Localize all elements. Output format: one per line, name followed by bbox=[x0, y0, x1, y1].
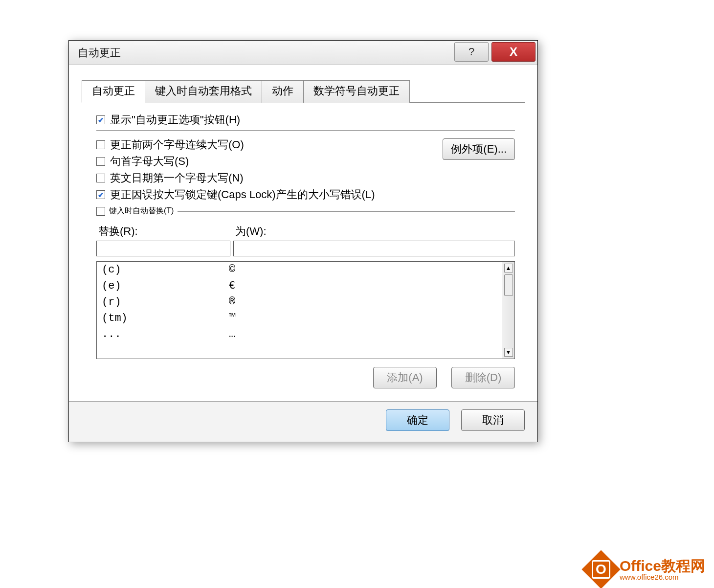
list-item-with: ® bbox=[229, 296, 497, 308]
list-item[interactable]: (tm)™ bbox=[97, 310, 502, 326]
checkbox-replace-as-type[interactable] bbox=[96, 207, 105, 216]
autocorrect-dialog: 自动更正 ? X 自动更正 键入时自动套用格式 动作 数学符号自动更正 ✔ 显示… bbox=[68, 40, 538, 442]
list-item-with: ™ bbox=[229, 312, 497, 324]
watermark-url: www.office26.com bbox=[620, 573, 705, 581]
list-item-with: … bbox=[229, 328, 497, 340]
divider bbox=[96, 130, 515, 131]
list-item-replace: (c) bbox=[102, 264, 229, 276]
with-input[interactable] bbox=[233, 241, 515, 256]
titlebar: 自动更正 ? X bbox=[69, 41, 537, 65]
list-item-with: € bbox=[229, 280, 497, 292]
options-section: ✔ 显示"自动更正选项"按钮(H) 更正前两个字母连续大写(O) 句首字母大写(… bbox=[82, 108, 525, 391]
scroll-thumb[interactable] bbox=[504, 274, 513, 296]
close-button[interactable]: X bbox=[491, 42, 536, 62]
delete-button[interactable]: 删除(D) bbox=[451, 367, 515, 388]
list-item[interactable]: (e)€ bbox=[97, 278, 502, 294]
label-capitalize-sentence: 句首字母大写(S) bbox=[110, 154, 189, 169]
checkbox-show-autocorrect-button[interactable]: ✔ bbox=[96, 115, 105, 124]
list-item-replace: (tm) bbox=[102, 312, 229, 324]
tab-autocorrect[interactable]: 自动更正 bbox=[82, 80, 145, 103]
scroll-down-icon[interactable]: ▼ bbox=[504, 348, 513, 357]
tab-autoformat-as-type[interactable]: 键入时自动套用格式 bbox=[145, 80, 262, 103]
with-label: 为(W): bbox=[233, 224, 515, 239]
list-item[interactable]: ...… bbox=[97, 326, 502, 342]
list-item[interactable]: (c)© bbox=[97, 262, 502, 278]
office-logo-icon: O bbox=[581, 550, 620, 588]
dialog-title: 自动更正 bbox=[78, 45, 121, 60]
add-button[interactable]: 添加(A) bbox=[373, 367, 437, 388]
label-capitalize-days: 英文日期第一个字母大写(N) bbox=[110, 171, 244, 185]
label-caps-lock: 更正因误按大写锁定键(Caps Lock)产生的大小写错误(L) bbox=[110, 187, 375, 202]
help-button[interactable]: ? bbox=[454, 42, 489, 62]
checkbox-capitalize-days[interactable] bbox=[96, 174, 105, 182]
replacement-list-body: (c)©(e)€(r)®(tm)™...… bbox=[97, 262, 502, 359]
titlebar-buttons: ? X bbox=[454, 41, 537, 65]
tab-strip: 自动更正 键入时自动套用格式 动作 数学符号自动更正 bbox=[82, 80, 525, 103]
list-item[interactable]: (r)® bbox=[97, 294, 502, 310]
replace-label: 替换(R): bbox=[96, 224, 233, 239]
replace-input[interactable] bbox=[96, 241, 230, 256]
list-item-replace: (e) bbox=[102, 280, 229, 292]
replace-group-header: 键入时自动替换(T) bbox=[96, 206, 515, 216]
scroll-up-icon[interactable]: ▲ bbox=[504, 264, 513, 272]
exceptions-button[interactable]: 例外项(E)... bbox=[443, 138, 515, 160]
checkbox-caps-lock[interactable]: ✔ bbox=[96, 190, 105, 199]
ok-button[interactable]: 确定 bbox=[386, 409, 449, 431]
cancel-button[interactable]: 取消 bbox=[461, 409, 525, 431]
list-item-replace: (r) bbox=[102, 296, 229, 308]
list-item-replace: ... bbox=[102, 328, 229, 340]
dialog-body: 自动更正 键入时自动套用格式 动作 数学符号自动更正 ✔ 显示"自动更正选项"按… bbox=[69, 65, 537, 401]
dialog-footer: 确定 取消 bbox=[69, 401, 537, 442]
label-show-autocorrect-button: 显示"自动更正选项"按钮(H) bbox=[110, 113, 240, 127]
watermark: O Office教程网 www.office26.com bbox=[587, 556, 705, 583]
checkbox-two-initial-caps[interactable] bbox=[96, 140, 105, 149]
tab-math-autocorrect[interactable]: 数学符号自动更正 bbox=[303, 80, 410, 103]
checkbox-capitalize-sentence[interactable] bbox=[96, 157, 105, 166]
scrollbar[interactable]: ▲ ▼ bbox=[502, 262, 514, 359]
tab-actions[interactable]: 动作 bbox=[262, 80, 304, 103]
replacement-list[interactable]: (c)©(e)€(r)®(tm)™...… ▲ ▼ bbox=[96, 261, 515, 359]
watermark-title: Office教程网 bbox=[620, 559, 705, 573]
list-item-with: © bbox=[229, 264, 497, 276]
label-two-initial-caps: 更正前两个字母连续大写(O) bbox=[110, 137, 244, 152]
label-replace-as-type: 键入时自动替换(T) bbox=[109, 206, 174, 216]
